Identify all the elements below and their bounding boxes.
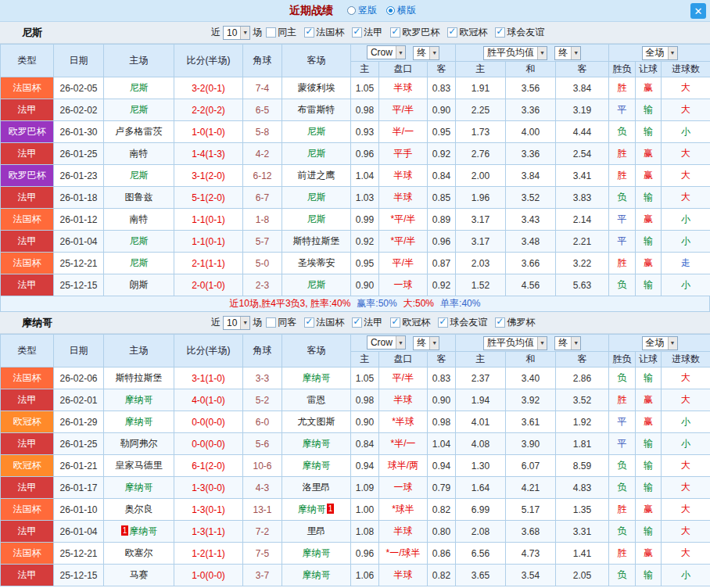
away-team[interactable]: 摩纳哥: [282, 543, 351, 565]
home-team[interactable]: 尼斯: [104, 77, 174, 99]
team-name[interactable]: 尼斯: [130, 82, 149, 93]
team-name[interactable]: 皇家马德里: [116, 460, 163, 471]
home-team[interactable]: 图鲁兹: [104, 187, 174, 209]
home-team[interactable]: 尼斯: [104, 165, 174, 187]
radio-icon[interactable]: [386, 6, 395, 15]
home-team[interactable]: 勒阿弗尔: [104, 433, 174, 455]
away-team[interactable]: 摩纳哥: [282, 433, 351, 455]
away-team[interactable]: 前进之鹰: [282, 165, 351, 187]
team-name[interactable]: 摩纳哥: [303, 569, 331, 580]
odds-time-select[interactable]: 终▼: [413, 46, 439, 60]
league-checkbox[interactable]: [390, 27, 400, 38]
home-team[interactable]: 卢多格雷茨: [104, 121, 174, 143]
team-name[interactable]: 摩纳哥: [125, 416, 153, 427]
team-name[interactable]: 摩纳哥: [303, 372, 331, 383]
away-team[interactable]: 摩纳哥: [282, 368, 351, 389]
league-filter[interactable]: 欧罗巴杯: [390, 26, 439, 39]
league-checkbox[interactable]: [304, 317, 314, 328]
league-checkbox[interactable]: [438, 317, 448, 328]
league-filter[interactable]: 球会友谊: [438, 316, 487, 329]
scope-select[interactable]: 全场▼: [642, 336, 678, 350]
team-name[interactable]: 摩纳哥: [303, 460, 331, 471]
match-score[interactable]: 0-0(0-0): [174, 411, 243, 433]
avg-time-select[interactable]: 终▼: [554, 46, 581, 60]
away-team[interactable]: 摩纳哥1: [282, 499, 351, 521]
home-team[interactable]: 摩纳哥: [104, 389, 174, 411]
match-score[interactable]: 1-3(0-0): [174, 477, 243, 499]
away-team[interactable]: 尼斯: [282, 209, 351, 231]
team-name[interactable]: 朗斯: [130, 279, 149, 290]
league-filter[interactable]: 法国杯: [304, 26, 344, 39]
odds-company-select[interactable]: Crow▼: [367, 45, 406, 59]
home-team[interactable]: 摩纳哥: [104, 411, 174, 433]
team-name[interactable]: 尼斯: [130, 257, 149, 268]
team-name[interactable]: 奥尔良: [125, 504, 153, 514]
team-name[interactable]: 里昂: [307, 525, 326, 536]
team-name[interactable]: 欧塞尔: [125, 547, 153, 558]
league-filter[interactable]: 佛罗杯: [495, 316, 535, 329]
home-team[interactable]: 奥尔良: [104, 499, 174, 521]
home-team[interactable]: 尼斯: [104, 99, 174, 121]
away-team[interactable]: 蒙彼利埃: [282, 77, 351, 99]
league-filter[interactable]: 欧冠杯: [390, 316, 430, 329]
home-team[interactable]: 皇家马德里: [104, 455, 174, 477]
league-filter[interactable]: 球会友谊: [495, 26, 544, 39]
league-filter[interactable]: 法甲: [352, 26, 382, 39]
team-name[interactable]: 前进之鹰: [298, 170, 335, 181]
team-name[interactable]: 蒙彼利埃: [298, 82, 335, 93]
match-score[interactable]: 5-1(2-0): [174, 187, 243, 209]
away-team[interactable]: 里昂: [282, 521, 351, 543]
scope-select[interactable]: 全场▼: [642, 46, 678, 60]
team-name[interactable]: 摩纳哥: [303, 547, 331, 558]
team-name[interactable]: 洛里昂: [303, 482, 331, 493]
close-button[interactable]: ✕: [690, 3, 706, 19]
match-score[interactable]: 2-1(1-1): [174, 253, 243, 274]
league-checkbox[interactable]: [352, 317, 362, 328]
team-name[interactable]: 尼斯: [130, 170, 149, 181]
away-team[interactable]: 尤文图斯: [282, 411, 351, 433]
team-name[interactable]: 卢多格雷茨: [116, 126, 163, 137]
home-team[interactable]: 摩纳哥: [104, 477, 174, 499]
team-name[interactable]: 马赛: [130, 569, 149, 580]
away-team[interactable]: 摩纳哥: [282, 455, 351, 477]
home-team[interactable]: 南特: [104, 143, 174, 165]
home-team[interactable]: 南特: [104, 209, 174, 231]
match-count-select[interactable]: 10▼: [223, 316, 250, 330]
team-name[interactable]: 尼斯: [130, 235, 149, 246]
team-name[interactable]: 斯特拉斯堡: [116, 372, 163, 383]
home-team[interactable]: 欧塞尔: [104, 543, 174, 565]
avg-odds-select[interactable]: 胜平负均值▼: [483, 336, 547, 350]
team-name[interactable]: 勒阿弗尔: [120, 438, 158, 449]
same-venue-filter[interactable]: 同主: [266, 26, 296, 39]
away-team[interactable]: 雷恩: [282, 389, 351, 411]
away-team[interactable]: 圣埃蒂安: [282, 253, 351, 274]
avg-time-select[interactable]: 终▼: [554, 336, 581, 350]
home-team[interactable]: 朗斯: [104, 274, 174, 296]
league-checkbox[interactable]: [352, 27, 362, 38]
league-checkbox[interactable]: [495, 27, 505, 38]
team-name[interactable]: 摩纳哥: [125, 394, 153, 405]
league-checkbox[interactable]: [447, 27, 457, 38]
team-name[interactable]: 布雷斯特: [298, 104, 335, 115]
match-score[interactable]: 3-1(2-0): [174, 165, 243, 187]
team-name[interactable]: 南特: [130, 148, 149, 159]
team-name[interactable]: 尼斯: [307, 148, 326, 159]
home-team[interactable]: 尼斯: [104, 231, 174, 253]
team-name[interactable]: 尼斯: [307, 279, 326, 290]
league-filter[interactable]: 法甲: [352, 316, 382, 329]
team-name[interactable]: 摩纳哥: [125, 482, 153, 493]
match-score[interactable]: 2-0(1-0): [174, 274, 243, 296]
away-team[interactable]: 尼斯: [282, 274, 351, 296]
home-team[interactable]: 尼斯: [104, 253, 174, 274]
match-score[interactable]: 2-2(0-2): [174, 99, 243, 121]
team-name[interactable]: 摩纳哥: [303, 438, 331, 449]
team-name[interactable]: 尼斯: [307, 126, 326, 137]
away-team[interactable]: 尼斯: [282, 121, 351, 143]
match-score[interactable]: 1-2(1-1): [174, 543, 243, 565]
match-score[interactable]: 1-3(0-1): [174, 499, 243, 521]
same-venue-checkbox[interactable]: [266, 27, 276, 38]
team-name[interactable]: 雷恩: [307, 394, 326, 405]
layout-vertical-option[interactable]: 竖版: [347, 4, 377, 17]
avg-odds-select[interactable]: 胜平负均值▼: [483, 46, 547, 60]
away-team[interactable]: 斯特拉斯堡: [282, 231, 351, 253]
